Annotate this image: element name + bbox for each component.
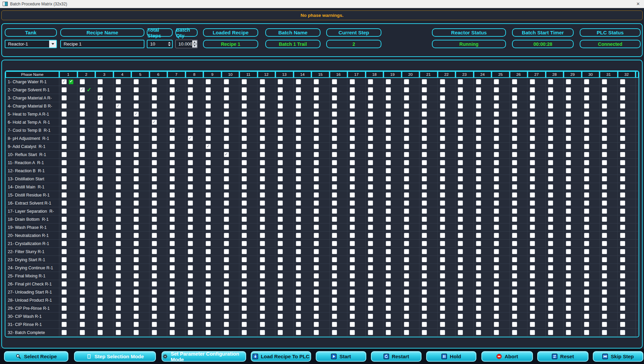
matrix-cell-r1-c3[interactable]: [95, 78, 113, 86]
matrix-cell-r4-c5[interactable]: [131, 102, 149, 110]
matrix-cell-r23-c2[interactable]: [77, 256, 96, 264]
matrix-cell-r5-c3[interactable]: [95, 110, 113, 118]
matrix-cell-r32-c13[interactable]: [275, 329, 294, 336]
matrix-cell-r3-c14[interactable]: [294, 94, 312, 102]
step-checkbox[interactable]: [494, 144, 499, 149]
step-checkbox[interactable]: [224, 225, 229, 230]
step-checkbox[interactable]: [386, 128, 391, 133]
matrix-cell-r10-c27[interactable]: [528, 151, 546, 158]
matrix-cell-r1-c13[interactable]: [275, 78, 294, 86]
matrix-cell-r23-c10[interactable]: [222, 256, 240, 264]
matrix-cell-r17-c5[interactable]: [131, 207, 149, 215]
matrix-cell-r3-c17[interactable]: [347, 94, 366, 102]
matrix-cell-r7-c8[interactable]: [185, 126, 204, 134]
step-checkbox[interactable]: [242, 306, 247, 311]
matrix-cell-r7-c31[interactable]: [600, 126, 618, 134]
step-checkbox[interactable]: [62, 314, 67, 319]
start-button[interactable]: Start: [316, 351, 366, 362]
step-checkbox[interactable]: [188, 136, 193, 141]
step-checkbox[interactable]: [440, 144, 445, 149]
step-checkbox[interactable]: [350, 168, 355, 173]
step-checkbox[interactable]: [512, 160, 517, 165]
step-checkbox[interactable]: [98, 290, 103, 295]
step-checkbox[interactable]: [386, 168, 391, 173]
step-checkbox[interactable]: [206, 120, 211, 125]
matrix-cell-r14-c5[interactable]: [131, 183, 149, 191]
matrix-cell-r30-c10[interactable]: [222, 312, 240, 320]
matrix-cell-r10-c4[interactable]: [113, 151, 132, 158]
step-checkbox[interactable]: [368, 290, 373, 295]
matrix-cell-r23-c29[interactable]: [564, 256, 582, 264]
matrix-cell-r27-c16[interactable]: [330, 288, 348, 296]
matrix-cell-r27-c27[interactable]: [528, 288, 546, 296]
step-checkbox[interactable]: [350, 112, 355, 117]
matrix-cell-r25-c21[interactable]: [419, 272, 438, 280]
step-checkbox[interactable]: [224, 144, 229, 149]
step-checkbox[interactable]: [404, 168, 409, 173]
matrix-cell-r1-c16[interactable]: [330, 78, 348, 86]
matrix-cell-r19-c31[interactable]: [600, 223, 618, 231]
matrix-cell-r11-c15[interactable]: [311, 159, 330, 166]
step-checkbox[interactable]: [116, 298, 121, 303]
matrix-cell-r24-c16[interactable]: [330, 264, 348, 272]
step-checkbox[interactable]: [620, 120, 625, 125]
step-checkbox[interactable]: [512, 257, 517, 262]
matrix-cell-r22-c10[interactable]: [222, 248, 240, 255]
matrix-cell-r18-c30[interactable]: [582, 215, 600, 223]
step-checkbox[interactable]: [152, 103, 157, 109]
matrix-cell-r5-c1[interactable]: [59, 110, 77, 118]
step-checkbox[interactable]: [530, 322, 535, 327]
matrix-cell-r14-c1[interactable]: [59, 183, 77, 191]
matrix-cell-r32-c1[interactable]: [59, 329, 77, 336]
matrix-cell-r30-c11[interactable]: [239, 312, 258, 320]
step-checkbox[interactable]: [440, 322, 445, 327]
matrix-cell-r2-c19[interactable]: [383, 86, 402, 94]
matrix-cell-r23-c4[interactable]: [113, 256, 132, 264]
step-checkbox[interactable]: [62, 330, 67, 335]
step-checkbox[interactable]: [314, 233, 319, 238]
matrix-cell-r21-c30[interactable]: [582, 240, 600, 247]
step-checkbox[interactable]: [188, 257, 193, 262]
matrix-cell-r16-c18[interactable]: [366, 199, 384, 207]
step-checkbox[interactable]: [494, 265, 499, 270]
step-checkbox[interactable]: [422, 298, 427, 303]
step-checkbox[interactable]: [242, 192, 247, 198]
step-checkbox[interactable]: [206, 306, 211, 311]
matrix-cell-r20-c23[interactable]: [455, 232, 474, 239]
step-checkbox[interactable]: [530, 95, 535, 100]
step-checkbox[interactable]: [314, 290, 319, 295]
step-checkbox[interactable]: [584, 95, 589, 100]
matrix-cell-r11-c10[interactable]: [222, 159, 240, 166]
matrix-cell-r22-c18[interactable]: [366, 248, 384, 255]
matrix-cell-r26-c19[interactable]: [383, 280, 402, 288]
matrix-cell-r17-c12[interactable]: [258, 207, 276, 215]
step-checkbox[interactable]: [188, 273, 193, 278]
step-checkbox[interactable]: [602, 120, 607, 125]
step-checkbox[interactable]: [188, 176, 193, 181]
matrix-cell-r18-c26[interactable]: [510, 215, 528, 223]
matrix-cell-r16-c32[interactable]: [618, 199, 636, 207]
matrix-cell-r11-c27[interactable]: [528, 159, 546, 166]
matrix-cell-r15-c22[interactable]: [438, 191, 456, 199]
step-checkbox[interactable]: [512, 201, 517, 206]
step-checkbox[interactable]: [116, 160, 121, 165]
matrix-cell-r8-c16[interactable]: [330, 134, 348, 142]
matrix-cell-r6-c10[interactable]: [222, 118, 240, 126]
step-checkbox[interactable]: [530, 281, 535, 286]
matrix-cell-r21-c16[interactable]: [330, 240, 348, 247]
matrix-cell-r32-c12[interactable]: [258, 329, 276, 336]
hold-button[interactable]: Hold: [426, 351, 476, 362]
step-checkbox[interactable]: [62, 160, 67, 165]
step-checkbox[interactable]: [332, 290, 337, 295]
step-checkbox[interactable]: [62, 322, 67, 327]
step-checkbox[interactable]: [422, 233, 427, 238]
step-checkbox[interactable]: [386, 160, 391, 165]
matrix-cell-r29-c15[interactable]: [311, 304, 330, 312]
matrix-cell-r10-c18[interactable]: [366, 151, 384, 158]
matrix-cell-r19-c12[interactable]: [258, 223, 276, 231]
matrix-cell-r1-c31[interactable]: [600, 78, 618, 86]
matrix-cell-r25-c4[interactable]: [113, 272, 132, 280]
step-checkbox[interactable]: [476, 249, 481, 254]
matrix-cell-r16-c5[interactable]: [131, 199, 149, 207]
matrix-cell-r7-c24[interactable]: [474, 126, 492, 134]
